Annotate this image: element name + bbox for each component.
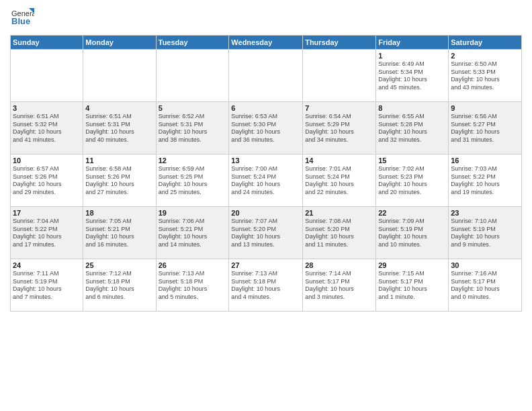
day-info: Sunrise: 7:10 AM Sunset: 5:19 PM Dayligh… (451, 218, 519, 249)
day-info: Sunrise: 6:50 AM Sunset: 5:33 PM Dayligh… (451, 60, 519, 92)
day-info: Sunrise: 6:54 AM Sunset: 5:29 PM Dayligh… (305, 113, 373, 144)
day-number: 28 (305, 261, 373, 269)
day-info: Sunrise: 6:56 AM Sunset: 5:27 PM Dayligh… (451, 113, 519, 144)
day-info: Sunrise: 7:01 AM Sunset: 5:24 PM Dayligh… (305, 165, 373, 197)
day-number: 4 (85, 104, 153, 112)
header: General Blue (10, 7, 522, 31)
calendar-cell: 1Sunrise: 6:49 AM Sunset: 5:34 PM Daylig… (376, 50, 449, 102)
day-number: 23 (451, 209, 519, 217)
day-header-wednesday: Wednesday (229, 36, 303, 50)
day-info: Sunrise: 7:08 AM Sunset: 5:20 PM Dayligh… (305, 218, 373, 249)
svg-text:Blue: Blue (11, 16, 30, 26)
day-info: Sunrise: 6:51 AM Sunset: 5:32 PM Dayligh… (13, 113, 81, 144)
day-info: Sunrise: 7:07 AM Sunset: 5:20 PM Dayligh… (231, 218, 300, 249)
day-info: Sunrise: 7:13 AM Sunset: 5:18 PM Dayligh… (231, 270, 300, 302)
calendar-cell: 26Sunrise: 7:13 AM Sunset: 5:18 PM Dayli… (156, 259, 229, 312)
day-info: Sunrise: 6:55 AM Sunset: 5:28 PM Dayligh… (378, 113, 446, 144)
calendar-cell: 19Sunrise: 7:06 AM Sunset: 5:21 PM Dayli… (156, 207, 229, 259)
day-number: 18 (85, 209, 153, 217)
day-header-sunday: Sunday (11, 36, 83, 50)
calendar-cell: 23Sunrise: 7:10 AM Sunset: 5:19 PM Dayli… (449, 207, 522, 259)
day-number: 21 (305, 209, 373, 217)
calendar-cell: 13Sunrise: 7:00 AM Sunset: 5:24 PM Dayli… (229, 154, 303, 207)
calendar-week-row: 17Sunrise: 7:04 AM Sunset: 5:22 PM Dayli… (11, 207, 522, 259)
day-number: 6 (231, 104, 300, 112)
logo: General Blue (10, 7, 34, 31)
calendar-cell: 21Sunrise: 7:08 AM Sunset: 5:20 PM Dayli… (303, 207, 376, 259)
day-number: 12 (159, 156, 227, 165)
day-info: Sunrise: 7:03 AM Sunset: 5:22 PM Dayligh… (451, 165, 519, 197)
day-number: 25 (85, 261, 153, 269)
day-number: 17 (13, 209, 81, 217)
day-number: 5 (159, 104, 227, 112)
calendar-cell: 14Sunrise: 7:01 AM Sunset: 5:24 PM Dayli… (303, 154, 376, 207)
day-number: 15 (378, 156, 446, 165)
day-number: 20 (231, 209, 300, 217)
calendar-week-row: 10Sunrise: 6:57 AM Sunset: 5:26 PM Dayli… (11, 154, 522, 207)
calendar-header-row: SundayMondayTuesdayWednesdayThursdayFrid… (11, 36, 522, 50)
day-number: 13 (231, 156, 300, 165)
day-number: 7 (305, 104, 373, 112)
day-info: Sunrise: 6:49 AM Sunset: 5:34 PM Dayligh… (378, 60, 446, 92)
day-number: 27 (231, 261, 300, 269)
day-header-thursday: Thursday (303, 36, 376, 50)
calendar-cell (156, 50, 229, 102)
day-info: Sunrise: 7:02 AM Sunset: 5:23 PM Dayligh… (378, 165, 446, 197)
day-info: Sunrise: 7:00 AM Sunset: 5:24 PM Dayligh… (231, 165, 300, 197)
calendar-cell: 22Sunrise: 7:09 AM Sunset: 5:19 PM Dayli… (376, 207, 449, 259)
calendar-cell: 7Sunrise: 6:54 AM Sunset: 5:29 PM Daylig… (303, 102, 376, 154)
day-header-monday: Monday (83, 36, 156, 50)
calendar-cell: 6Sunrise: 6:53 AM Sunset: 5:30 PM Daylig… (229, 102, 303, 154)
calendar-cell: 17Sunrise: 7:04 AM Sunset: 5:22 PM Dayli… (11, 207, 83, 259)
calendar-cell: 18Sunrise: 7:05 AM Sunset: 5:21 PM Dayli… (83, 207, 156, 259)
day-info: Sunrise: 6:59 AM Sunset: 5:25 PM Dayligh… (159, 165, 227, 197)
day-header-tuesday: Tuesday (156, 36, 229, 50)
day-number: 24 (13, 261, 81, 269)
calendar-week-row: 24Sunrise: 7:11 AM Sunset: 5:19 PM Dayli… (11, 259, 522, 312)
day-info: Sunrise: 7:15 AM Sunset: 5:17 PM Dayligh… (378, 270, 446, 302)
day-number: 29 (378, 261, 446, 269)
day-number: 22 (378, 209, 446, 217)
calendar-cell: 30Sunrise: 7:16 AM Sunset: 5:17 PM Dayli… (449, 259, 522, 312)
day-number: 30 (451, 261, 519, 269)
calendar-week-row: 1Sunrise: 6:49 AM Sunset: 5:34 PM Daylig… (11, 50, 522, 102)
day-info: Sunrise: 7:11 AM Sunset: 5:19 PM Dayligh… (13, 270, 81, 302)
calendar-cell (83, 50, 156, 102)
calendar-cell (11, 50, 83, 102)
day-info: Sunrise: 7:04 AM Sunset: 5:22 PM Dayligh… (13, 218, 81, 249)
day-info: Sunrise: 7:05 AM Sunset: 5:21 PM Dayligh… (85, 218, 153, 249)
day-number: 19 (159, 209, 227, 217)
day-info: Sunrise: 7:16 AM Sunset: 5:17 PM Dayligh… (451, 270, 519, 302)
calendar-cell: 29Sunrise: 7:15 AM Sunset: 5:17 PM Dayli… (376, 259, 449, 312)
day-number: 16 (451, 156, 519, 165)
day-header-saturday: Saturday (449, 36, 522, 50)
calendar-cell (229, 50, 303, 102)
day-info: Sunrise: 7:14 AM Sunset: 5:17 PM Dayligh… (305, 270, 373, 302)
calendar-cell: 11Sunrise: 6:58 AM Sunset: 5:26 PM Dayli… (83, 154, 156, 207)
calendar-week-row: 3Sunrise: 6:51 AM Sunset: 5:32 PM Daylig… (11, 102, 522, 154)
day-info: Sunrise: 6:53 AM Sunset: 5:30 PM Dayligh… (231, 113, 300, 144)
day-info: Sunrise: 6:52 AM Sunset: 5:31 PM Dayligh… (159, 113, 227, 144)
day-info: Sunrise: 6:57 AM Sunset: 5:26 PM Dayligh… (13, 165, 81, 197)
page-container: General Blue SundayMondayTuesdayWednesda… (0, 0, 532, 315)
day-info: Sunrise: 6:51 AM Sunset: 5:31 PM Dayligh… (85, 113, 153, 144)
day-number: 8 (378, 104, 446, 112)
day-info: Sunrise: 7:12 AM Sunset: 5:18 PM Dayligh… (85, 270, 153, 302)
day-number: 26 (159, 261, 227, 269)
calendar-cell: 12Sunrise: 6:59 AM Sunset: 5:25 PM Dayli… (156, 154, 229, 207)
calendar-cell (303, 50, 376, 102)
day-number: 10 (13, 156, 81, 165)
calendar-cell: 8Sunrise: 6:55 AM Sunset: 5:28 PM Daylig… (376, 102, 449, 154)
day-number: 11 (85, 156, 153, 165)
calendar-cell: 27Sunrise: 7:13 AM Sunset: 5:18 PM Dayli… (229, 259, 303, 312)
calendar-cell: 2Sunrise: 6:50 AM Sunset: 5:33 PM Daylig… (449, 50, 522, 102)
day-number: 2 (451, 52, 519, 60)
calendar-cell: 20Sunrise: 7:07 AM Sunset: 5:20 PM Dayli… (229, 207, 303, 259)
calendar-cell: 4Sunrise: 6:51 AM Sunset: 5:31 PM Daylig… (83, 102, 156, 154)
day-number: 9 (451, 104, 519, 112)
day-number: 3 (13, 104, 81, 112)
day-header-friday: Friday (376, 36, 449, 50)
calendar-cell: 16Sunrise: 7:03 AM Sunset: 5:22 PM Dayli… (449, 154, 522, 207)
calendar-table: SundayMondayTuesdayWednesdayThursdayFrid… (10, 35, 522, 312)
day-info: Sunrise: 7:09 AM Sunset: 5:19 PM Dayligh… (378, 218, 446, 249)
